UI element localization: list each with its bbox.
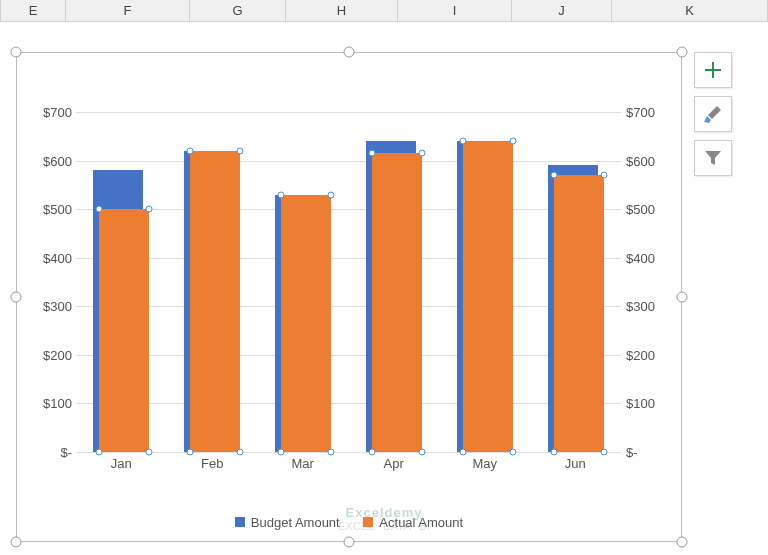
resize-handle-tl[interactable] <box>11 47 22 58</box>
resize-handle-mr[interactable] <box>677 292 688 303</box>
resize-handle-bc[interactable] <box>344 537 355 548</box>
y-tick: $500 <box>28 202 72 217</box>
x-tick: Feb <box>201 456 223 471</box>
bars-container <box>76 112 621 452</box>
selection-handle[interactable] <box>550 172 557 179</box>
y-tick: $600 <box>626 153 670 168</box>
selection-handle[interactable] <box>459 449 466 456</box>
bar-actual[interactable] <box>554 175 604 452</box>
bar-actual[interactable] <box>463 141 513 452</box>
selection-handle[interactable] <box>509 138 516 145</box>
y-tick: $700 <box>28 105 72 120</box>
funnel-icon <box>704 149 722 167</box>
col-header-k[interactable]: K <box>612 0 768 21</box>
selection-handle[interactable] <box>96 449 103 456</box>
selection-handle[interactable] <box>187 449 194 456</box>
selection-handle[interactable] <box>418 449 425 456</box>
col-header-f[interactable]: F <box>66 0 190 21</box>
y-tick: $500 <box>626 202 670 217</box>
selection-handle[interactable] <box>278 449 285 456</box>
y-tick: $400 <box>626 250 670 265</box>
resize-handle-tc[interactable] <box>344 47 355 58</box>
legend-item-budget[interactable]: Budget Amount <box>235 515 340 530</box>
plus-icon <box>704 61 722 79</box>
x-tick: Jun <box>565 456 586 471</box>
bar-actual[interactable] <box>372 153 422 452</box>
chart-object[interactable]: Chart Title $700 $600 $500 $400 $300 $20… <box>16 52 682 542</box>
selection-handle[interactable] <box>600 449 607 456</box>
selection-handle[interactable] <box>96 206 103 213</box>
gridline <box>76 452 621 453</box>
x-tick: May <box>472 456 497 471</box>
brush-icon <box>703 104 723 124</box>
selection-handle[interactable] <box>146 449 153 456</box>
x-tick: Mar <box>292 456 314 471</box>
x-tick: Jan <box>111 456 132 471</box>
selection-handle[interactable] <box>146 206 153 213</box>
selection-handle[interactable] <box>600 172 607 179</box>
y-axis-secondary[interactable]: $700 $600 $500 $400 $300 $200 $100 $- <box>626 112 670 452</box>
x-tick: Apr <box>384 456 404 471</box>
selection-handle[interactable] <box>509 449 516 456</box>
selection-handle[interactable] <box>328 191 335 198</box>
selection-handle[interactable] <box>237 449 244 456</box>
resize-handle-ml[interactable] <box>11 292 22 303</box>
y-tick: $200 <box>626 347 670 362</box>
selection-handle[interactable] <box>459 138 466 145</box>
selection-handle[interactable] <box>550 449 557 456</box>
col-header-j[interactable]: J <box>512 0 612 21</box>
y-tick: $100 <box>28 396 72 411</box>
selection-handle[interactable] <box>418 150 425 157</box>
selection-handle[interactable] <box>237 147 244 154</box>
y-tick: $- <box>626 445 670 460</box>
plot-area[interactable] <box>76 112 621 452</box>
selection-handle[interactable] <box>368 449 375 456</box>
bar-actual[interactable] <box>99 209 149 452</box>
y-tick: $300 <box>626 299 670 314</box>
y-tick: $100 <box>626 396 670 411</box>
y-tick: $700 <box>626 105 670 120</box>
selection-handle[interactable] <box>368 150 375 157</box>
y-tick: $400 <box>28 250 72 265</box>
watermark: Exceldemy EXCEL · DATA · BI <box>338 505 430 532</box>
chart-styles-button[interactable] <box>694 96 732 132</box>
bar-actual[interactable] <box>281 195 331 452</box>
col-header-g[interactable]: G <box>190 0 286 21</box>
y-tick: $- <box>28 445 72 460</box>
chart-elements-button[interactable] <box>694 52 732 88</box>
resize-handle-bl[interactable] <box>11 537 22 548</box>
col-header-e[interactable]: E <box>0 0 66 21</box>
y-tick: $600 <box>28 153 72 168</box>
chart-filters-button[interactable] <box>694 140 732 176</box>
legend-swatch <box>235 517 245 527</box>
chart-side-buttons <box>694 52 734 184</box>
legend-label: Budget Amount <box>251 515 340 530</box>
selection-handle[interactable] <box>328 449 335 456</box>
y-axis-primary[interactable]: $700 $600 $500 $400 $300 $200 $100 $- <box>28 112 72 452</box>
column-headers: E F G H I J K <box>0 0 768 22</box>
y-tick: $200 <box>28 347 72 362</box>
resize-handle-tr[interactable] <box>677 47 688 58</box>
y-tick: $300 <box>28 299 72 314</box>
resize-handle-br[interactable] <box>677 537 688 548</box>
bar-actual[interactable] <box>190 151 240 452</box>
col-header-i[interactable]: I <box>398 0 512 21</box>
col-header-h[interactable]: H <box>286 0 398 21</box>
selection-handle[interactable] <box>278 191 285 198</box>
x-axis[interactable]: Jan Feb Mar Apr May Jun <box>76 456 621 476</box>
selection-handle[interactable] <box>187 147 194 154</box>
